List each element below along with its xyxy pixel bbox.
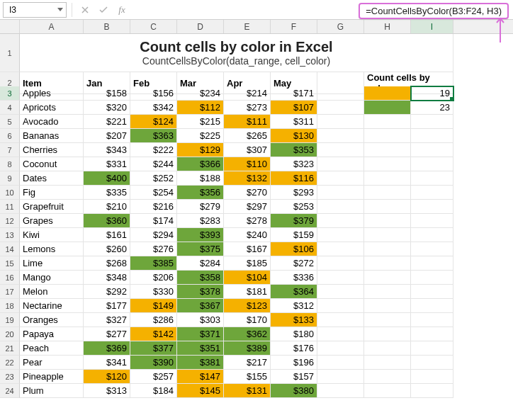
- cell[interactable]: [364, 285, 411, 299]
- cell-value[interactable]: $307: [224, 143, 271, 157]
- title-merged-cell[interactable]: Count cells by color in Excel CountCells…: [20, 34, 453, 72]
- result-orange[interactable]: 19: [411, 86, 453, 101]
- cell[interactable]: [411, 171, 453, 186]
- cell-value[interactable]: $294: [130, 228, 177, 242]
- cell-value[interactable]: $375: [177, 242, 224, 256]
- cell[interactable]: [317, 256, 364, 271]
- cell[interactable]: [364, 271, 411, 285]
- cell-value[interactable]: $371: [177, 327, 224, 341]
- cell[interactable]: [411, 214, 453, 228]
- cell-value[interactable]: $177: [84, 299, 130, 313]
- fx-icon[interactable]: fx: [114, 2, 130, 18]
- cell[interactable]: [364, 186, 411, 200]
- cell[interactable]: [317, 115, 364, 129]
- cell[interactable]: [364, 299, 411, 313]
- cell-value[interactable]: $335: [84, 186, 130, 200]
- col-header[interactable]: G: [317, 20, 364, 33]
- cell-value[interactable]: $380: [271, 384, 317, 398]
- cell[interactable]: [317, 313, 364, 327]
- cell-value[interactable]: $283: [177, 214, 224, 228]
- cell-value[interactable]: $145: [177, 384, 224, 398]
- cell-value[interactable]: $389: [224, 341, 271, 356]
- name-box[interactable]: I3: [3, 2, 67, 18]
- cell-value[interactable]: $170: [224, 313, 271, 327]
- row-header[interactable]: 17: [0, 285, 20, 299]
- cell[interactable]: [411, 370, 453, 384]
- cell-item[interactable]: Apricots: [20, 101, 84, 115]
- row-header[interactable]: 11: [0, 200, 20, 214]
- row-header[interactable]: 6: [0, 129, 20, 143]
- row-header[interactable]: 8: [0, 157, 20, 171]
- cell-value[interactable]: $381: [177, 356, 224, 370]
- cell-value[interactable]: $215: [177, 115, 224, 129]
- cell-value[interactable]: $107: [271, 101, 317, 115]
- cell-item[interactable]: Fig: [20, 186, 84, 200]
- select-all-corner[interactable]: [0, 20, 20, 33]
- cell-value[interactable]: $385: [130, 256, 177, 271]
- cell-value[interactable]: $297: [224, 200, 271, 214]
- row-header[interactable]: 16: [0, 271, 20, 285]
- cell-value[interactable]: $358: [177, 271, 224, 285]
- cell-value[interactable]: $400: [84, 171, 130, 186]
- cell-value[interactable]: $116: [271, 171, 317, 186]
- cell-item[interactable]: Pineapple: [20, 370, 84, 384]
- cell[interactable]: [364, 157, 411, 171]
- cell-value[interactable]: $260: [84, 242, 130, 256]
- cell-value[interactable]: $184: [130, 384, 177, 398]
- cell[interactable]: [317, 370, 364, 384]
- result-green[interactable]: 23: [411, 101, 453, 115]
- cell-value[interactable]: $342: [130, 101, 177, 115]
- cell-value[interactable]: $149: [130, 299, 177, 313]
- cell[interactable]: [317, 200, 364, 214]
- cell-value[interactable]: $111: [224, 115, 271, 129]
- cell[interactable]: [411, 341, 453, 356]
- cell-value[interactable]: $378: [177, 285, 224, 299]
- cell-value[interactable]: $312: [271, 299, 317, 313]
- cell[interactable]: [317, 285, 364, 299]
- cell-value[interactable]: $293: [271, 186, 317, 200]
- cell-value[interactable]: $330: [130, 285, 177, 299]
- cell-value[interactable]: $221: [84, 115, 130, 129]
- cell-value[interactable]: $270: [224, 186, 271, 200]
- cell-item[interactable]: Dates: [20, 171, 84, 186]
- col-header[interactable]: H: [364, 20, 411, 33]
- cell[interactable]: [411, 285, 453, 299]
- cell-value[interactable]: $156: [130, 86, 177, 101]
- cell-item[interactable]: Papaya: [20, 327, 84, 341]
- cell-value[interactable]: $244: [130, 157, 177, 171]
- cell[interactable]: [317, 214, 364, 228]
- row-header[interactable]: 18: [0, 299, 20, 313]
- cell[interactable]: [364, 171, 411, 186]
- row-header[interactable]: 5: [0, 115, 20, 129]
- cell-value[interactable]: $369: [84, 341, 130, 356]
- cell[interactable]: [411, 242, 453, 256]
- cell[interactable]: [364, 256, 411, 271]
- row-header[interactable]: 23: [0, 370, 20, 384]
- row-header[interactable]: 9: [0, 171, 20, 186]
- cell-value[interactable]: $188: [177, 171, 224, 186]
- cell-value[interactable]: $331: [84, 157, 130, 171]
- cell-value[interactable]: $351: [177, 341, 224, 356]
- cell-value[interactable]: $257: [130, 370, 177, 384]
- cell[interactable]: [411, 143, 453, 157]
- cell-value[interactable]: $210: [84, 200, 130, 214]
- cell-value[interactable]: $360: [84, 214, 130, 228]
- cell-value[interactable]: $363: [130, 129, 177, 143]
- cell-item[interactable]: Nectarine: [20, 299, 84, 313]
- confirm-icon[interactable]: [96, 2, 111, 18]
- cell-value[interactable]: $364: [271, 285, 317, 299]
- cell-value[interactable]: $366: [177, 157, 224, 171]
- cell[interactable]: [411, 356, 453, 370]
- cell-value[interactable]: $174: [130, 214, 177, 228]
- cell-value[interactable]: $120: [84, 370, 130, 384]
- cell-value[interactable]: $336: [271, 271, 317, 285]
- cell[interactable]: [317, 129, 364, 143]
- cell-value[interactable]: $106: [271, 242, 317, 256]
- cell-value[interactable]: $348: [84, 271, 130, 285]
- cell-value[interactable]: $155: [224, 370, 271, 384]
- col-header[interactable]: C: [130, 20, 177, 33]
- cell[interactable]: [364, 214, 411, 228]
- swatch-orange[interactable]: [364, 86, 411, 101]
- cell-value[interactable]: $132: [224, 171, 271, 186]
- cell[interactable]: [411, 256, 453, 271]
